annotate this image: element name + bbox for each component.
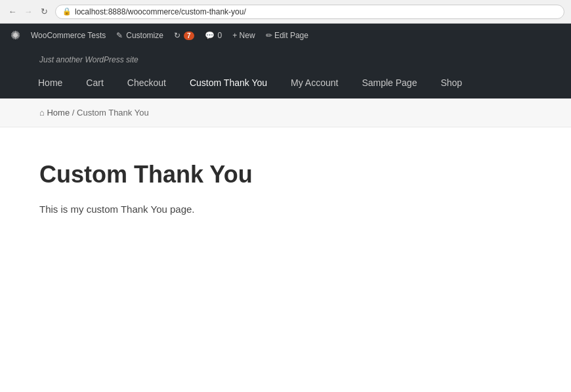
nav-link-checkout[interactable]: Checkout [116, 67, 178, 98]
nav-link-custom-thank-you[interactable]: Custom Thank You [178, 67, 279, 98]
address-bar[interactable]: 🔒 localhost:8888/woocommerce/custom-than… [55, 5, 564, 19]
nav-link-home[interactable]: Home [26, 67, 74, 98]
admin-bar-new[interactable]: + New [227, 24, 260, 47]
nav-menu: Home Cart Checkout Custom Thank You My A… [26, 67, 545, 98]
refresh-button[interactable]: ↻ [38, 6, 50, 18]
updates-badge: 7 [184, 32, 194, 40]
site-tagline: Just another WordPress site [39, 55, 532, 67]
edit-page-label: ✏ Edit Page [266, 31, 308, 40]
breadcrumb-separator: / [72, 108, 77, 118]
admin-bar-customize[interactable]: ✎ Customize [111, 24, 169, 47]
home-icon: ⌂ [39, 108, 45, 118]
admin-bar-comments[interactable]: 💬 0 [200, 24, 228, 47]
breadcrumb-current: Custom Thank You [77, 108, 149, 118]
wp-logo[interactable]: ✺ [5, 24, 26, 47]
breadcrumb: ⌂ Home / Custom Thank You [0, 98, 571, 127]
browser-controls: ← → ↻ [7, 6, 50, 18]
admin-bar-edit-page[interactable]: ✏ Edit Page [261, 24, 314, 47]
lock-icon: 🔒 [62, 7, 72, 16]
nav-item-my-account[interactable]: My Account [279, 67, 350, 98]
nav-link-my-account[interactable]: My Account [279, 67, 350, 98]
browser-chrome: ← → ↻ 🔒 localhost:8888/woocommerce/custo… [0, 0, 571, 24]
main-content: Custom Thank You This is my custom Thank… [0, 127, 571, 257]
comments-count: 0 [218, 31, 222, 40]
new-label: + New [232, 31, 255, 40]
breadcrumb-home-link[interactable]: Home [47, 108, 70, 118]
nav-item-custom-thank-you[interactable]: Custom Thank You [178, 67, 279, 98]
nav-item-cart[interactable]: Cart [74, 67, 115, 98]
nav-link-cart[interactable]: Cart [74, 67, 115, 98]
updates-icon: ↻ [174, 31, 180, 40]
site-name-text: WooCommerce Tests [31, 31, 106, 40]
customize-label: Customize [126, 31, 163, 40]
page-body-text: This is my custom Thank You page. [39, 202, 532, 217]
comments-icon: 💬 [205, 31, 215, 40]
forward-button[interactable]: → [22, 6, 34, 18]
url-text: localhost:8888/woocommerce/custom-thank-… [75, 7, 246, 16]
customize-icon: ✎ [116, 31, 123, 40]
site-header: Just another WordPress site [0, 47, 571, 67]
back-button[interactable]: ← [7, 6, 18, 18]
admin-bar: ✺ WooCommerce Tests ✎ Customize ↻ 7 💬 0 … [0, 24, 571, 47]
nav-link-shop[interactable]: Shop [429, 67, 474, 98]
site-nav: Home Cart Checkout Custom Thank You My A… [0, 67, 571, 98]
admin-bar-site-name[interactable]: WooCommerce Tests [26, 24, 111, 47]
admin-bar-updates[interactable]: ↻ 7 [169, 24, 200, 47]
nav-item-home[interactable]: Home [26, 67, 74, 98]
nav-item-sample-page[interactable]: Sample Page [350, 67, 429, 98]
nav-item-shop[interactable]: Shop [429, 67, 474, 98]
page-title: Custom Thank You [39, 160, 532, 188]
nav-item-checkout[interactable]: Checkout [116, 67, 178, 98]
nav-link-sample-page[interactable]: Sample Page [350, 67, 429, 98]
